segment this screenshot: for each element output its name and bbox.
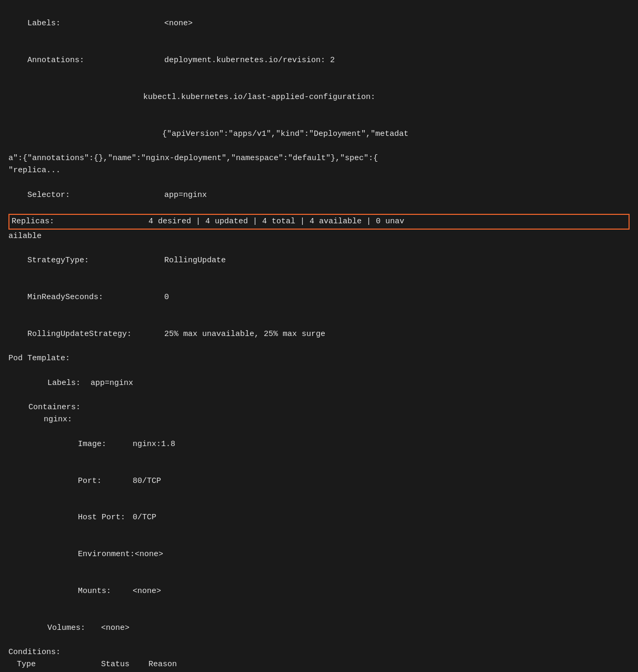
rolling-line: RollingUpdateStrategy:25% max unavailabl… <box>8 315 630 352</box>
selector-value: app=nginx <box>164 191 207 200</box>
replicas-label: Replicas: <box>12 215 148 228</box>
pt-volumes-value: <none> <box>101 624 129 633</box>
annotations-line5: "replica... <box>8 164 630 176</box>
replicas-highlighted-row: Replicas:4 desired | 4 updated | 4 total… <box>8 214 630 229</box>
rolling-label: RollingUpdateStrategy: <box>27 328 164 340</box>
pt-mounts-value: <none> <box>133 587 161 596</box>
pt-env-line: Environment:<none> <box>8 536 630 573</box>
minready-line: MinReadySeconds:0 <box>8 279 630 316</box>
pt-mounts-line: Mounts:<none> <box>8 573 630 610</box>
strategy-label: StrategyType: <box>27 254 164 266</box>
replicas-value: 4 desired | 4 updated | 4 total | 4 avai… <box>148 217 404 226</box>
pt-image-value: nginx:1.8 <box>133 440 175 449</box>
conditions-header-row: Type Status Reason <box>17 658 630 670</box>
labels-label: Labels: <box>27 17 164 29</box>
pt-hostport-line: Host Port:0/TCP <box>8 499 630 536</box>
pt-port-label: Port: <box>59 475 133 487</box>
podtemplate-line: Pod Template: <box>8 352 630 364</box>
cond-status-header: Status <box>101 658 148 670</box>
cond-reason-header: Reason <box>148 658 177 670</box>
rolling-value: 25% max unavailable, 25% max surge <box>164 330 325 339</box>
pt-containers-line: Containers: <box>8 401 630 413</box>
pt-labels-line: Labels:app=nginx <box>8 364 630 401</box>
annotations-value3: {"apiVersion":"apps/v1","kind":"Deployme… <box>143 130 408 139</box>
conditions-label-line: Conditions: <box>8 646 630 658</box>
annotations-value2: kubectl.kubernetes.io/last-applied-confi… <box>143 93 375 102</box>
strategy-value: RollingUpdate <box>164 256 226 265</box>
pt-port-value: 80/TCP <box>133 477 161 486</box>
replicas-overflow: ailable <box>8 230 630 242</box>
annotations-line1: Annotations:deployment.kubernetes.io/rev… <box>8 42 630 79</box>
conditions-table: Type Status Reason ---- ------ ------ Pr… <box>17 658 630 672</box>
pt-image-label: Image: <box>59 438 133 450</box>
strategy-line: StrategyType:RollingUpdate <box>8 242 630 279</box>
pt-nginx-line: nginx: <box>8 413 630 426</box>
annotations-line2: kubectl.kubernetes.io/last-applied-confi… <box>8 79 630 116</box>
pt-volumes-line: Volumes:<none> <box>8 609 630 646</box>
pt-mounts-label: Mounts: <box>59 585 133 597</box>
minready-value: 0 <box>164 293 169 302</box>
pt-env-label: Environment: <box>59 548 135 560</box>
annotations-line3: {"apiVersion":"apps/v1","kind":"Deployme… <box>8 115 630 152</box>
pt-port-line: Port:80/TCP <box>8 462 630 499</box>
selector-line: Selector:app=nginx <box>8 177 630 214</box>
terminal-output: Labels:<none> Annotations:deployment.kub… <box>0 0 638 672</box>
minready-label: MinReadySeconds: <box>27 291 164 303</box>
labels-line: Labels:<none> <box>8 5 630 42</box>
labels-value: <none> <box>164 19 193 28</box>
pt-labels-label: Labels: <box>38 377 91 389</box>
annotations-line4: a":{"annotations":{},"name":"nginx-deplo… <box>8 152 630 164</box>
pt-volumes-label: Volumes: <box>38 622 101 634</box>
pt-labels-value: app=nginx <box>91 379 133 388</box>
pt-hostport-value: 0/TCP <box>133 513 156 522</box>
pt-hostport-label: Host Port: <box>59 511 133 523</box>
annotations-value1: deployment.kubernetes.io/revision: 2 <box>164 56 335 65</box>
pt-env-value: <none> <box>135 550 163 559</box>
cond-type-header: Type <box>17 658 101 670</box>
selector-label: Selector: <box>27 189 164 201</box>
pt-image-line: Image:nginx:1.8 <box>8 426 630 463</box>
annotations-label: Annotations: <box>27 54 164 66</box>
